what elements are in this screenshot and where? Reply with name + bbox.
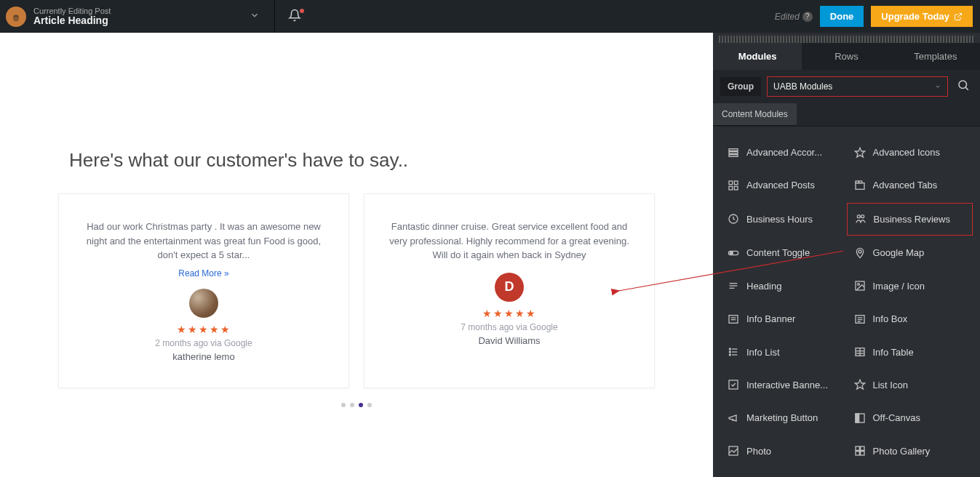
post-switcher[interactable]: Currently Editing Post Article Heading — [0, 0, 275, 33]
group-select[interactable]: UABB Modules — [767, 76, 948, 97]
help-icon[interactable]: ? — [802, 12, 813, 22]
svg-marker-48 — [855, 380, 864, 390]
chevron-down-icon[interactable] — [250, 10, 260, 23]
review-text: Had our work Christmas party . It was an… — [81, 220, 327, 262]
module-info-banner[interactable]: Info Banner — [720, 303, 847, 334]
svg-point-2 — [14, 15, 15, 17]
module-label: List Icon — [873, 380, 908, 390]
module-label: Image / Icon — [873, 281, 925, 292]
gallery-icon — [854, 445, 866, 457]
module-label: Business Hours — [746, 214, 813, 225]
svg-point-29 — [857, 284, 859, 286]
svg-point-41 — [729, 351, 730, 353]
module-photo-gallery[interactable]: Photo Gallery — [847, 436, 973, 467]
module-content-toggle[interactable]: Content Toggle — [720, 237, 847, 268]
reviews-icon — [855, 213, 867, 225]
read-more-link[interactable]: Read More » — [81, 268, 327, 278]
photo-icon — [728, 445, 739, 457]
module-label: Google Map — [873, 247, 925, 258]
review-meta: 2 months ago via Google — [81, 338, 327, 348]
module-label: Info Box — [873, 313, 908, 324]
module-advanced-posts[interactable]: Advanced Posts — [720, 169, 847, 201]
top-bar: Currently Editing Post Article Heading E… — [0, 0, 980, 33]
edited-status: Edited ? — [775, 12, 813, 22]
carousel-dot[interactable] — [367, 403, 372, 407]
carousel-dots — [58, 397, 655, 410]
module-google-map[interactable]: Google Map — [847, 237, 973, 268]
module-photo[interactable]: Photo — [720, 436, 847, 467]
module-info-table[interactable]: Info Table — [847, 336, 973, 367]
module-business-reviews[interactable]: Business Reviews — [847, 203, 973, 236]
banner-icon — [728, 313, 739, 325]
image-icon — [854, 280, 866, 292]
module-interactive-banne[interactable]: Interactive Banne... — [720, 369, 847, 401]
svg-point-40 — [729, 348, 730, 350]
svg-line-8 — [965, 87, 968, 89]
star-icon — [854, 379, 866, 390]
module-image-icon[interactable]: Image / Icon — [847, 270, 973, 302]
toggle-icon — [728, 247, 739, 259]
page-title: Article Heading — [33, 15, 111, 26]
module-advanced-icons[interactable]: Advanced Icons — [847, 137, 973, 168]
module-list-icon[interactable]: List Icon — [847, 369, 973, 401]
canvas-area[interactable]: Here's what our customer's have to say..… — [0, 33, 713, 477]
review-card: Had our work Christmas party . It was an… — [58, 193, 349, 388]
svg-rect-19 — [859, 181, 861, 183]
section-tab[interactable]: Content Modules — [713, 103, 797, 126]
search-icon — [957, 79, 970, 92]
module-advanced-accor[interactable]: Advanced Accor... — [720, 137, 847, 168]
svg-rect-55 — [860, 452, 864, 455]
module-label: Advanced Posts — [746, 180, 815, 191]
module-business-hours[interactable]: Business Hours — [720, 203, 847, 236]
checklist-icon — [728, 346, 739, 358]
external-link-icon — [954, 12, 963, 21]
module-marketing-button[interactable]: Marketing Button — [720, 402, 847, 433]
svg-rect-14 — [734, 181, 738, 185]
svg-point-21 — [857, 215, 860, 218]
chevron-down-icon — [934, 83, 941, 90]
upgrade-button[interactable]: Upgrade Today — [871, 6, 973, 27]
svg-rect-11 — [729, 154, 738, 156]
megaphone-icon — [728, 412, 739, 424]
svg-rect-51 — [729, 446, 738, 455]
carousel-dot[interactable] — [350, 403, 354, 407]
carousel-dot[interactable] — [359, 403, 363, 407]
accordion-icon — [728, 147, 739, 159]
svg-rect-53 — [860, 446, 864, 450]
avatar — [189, 289, 218, 318]
svg-point-3 — [17, 15, 18, 17]
offcanvas-icon — [854, 412, 866, 424]
interactive-icon — [728, 379, 739, 390]
posts-icon — [728, 180, 739, 191]
panel-tab-modules[interactable]: Modules — [713, 43, 802, 70]
svg-rect-16 — [734, 186, 738, 190]
module-info-list[interactable]: Info List — [720, 336, 847, 367]
star-rating: ★★★★★ — [81, 324, 327, 335]
svg-point-24 — [730, 252, 733, 254]
module-heading[interactable]: Heading — [720, 270, 847, 302]
star-rating: ★★★★★ — [386, 308, 632, 319]
module-label: Info List — [746, 347, 780, 358]
svg-point-22 — [861, 215, 864, 218]
module-label: Marketing Button — [746, 412, 818, 423]
module-off-canvas[interactable]: Off-Canvas — [847, 402, 973, 433]
modules-panel: ModulesRowsTemplates Group UABB Modules … — [713, 33, 980, 477]
module-info-box[interactable]: Info Box — [847, 303, 973, 334]
svg-point-42 — [729, 354, 730, 356]
reviews-carousel: Had our work Christmas party . It was an… — [58, 193, 655, 388]
panel-drag-handle[interactable] — [719, 36, 974, 43]
notifications-button[interactable] — [275, 9, 314, 25]
review-text: Fantastic dinner cruise. Great service e… — [386, 220, 632, 262]
search-button[interactable] — [954, 76, 973, 97]
module-advanced-tabs[interactable]: Advanced Tabs — [847, 169, 973, 201]
module-label: Photo Gallery — [873, 446, 931, 457]
done-button[interactable]: Done — [820, 6, 864, 27]
upgrade-label: Upgrade Today — [881, 11, 949, 22]
svg-rect-9 — [729, 148, 738, 151]
carousel-dot[interactable] — [341, 403, 346, 407]
panel-tab-rows[interactable]: Rows — [802, 43, 891, 70]
review-author: katherine lemo — [81, 351, 327, 362]
group-value: UABB Modules — [773, 81, 832, 92]
pin-icon — [854, 247, 866, 259]
panel-tab-templates[interactable]: Templates — [891, 43, 980, 70]
